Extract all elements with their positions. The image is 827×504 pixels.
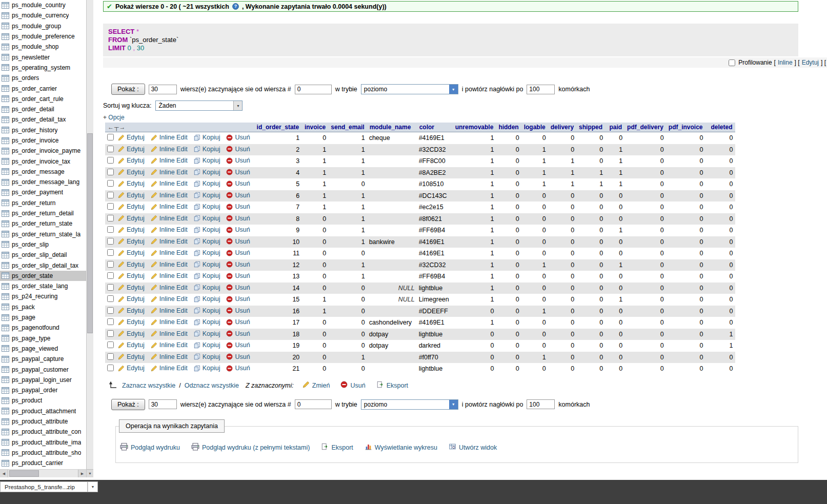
repeat-headers-input[interactable]: [527, 85, 555, 94]
row-delete-link[interactable]: Usuń: [226, 295, 250, 303]
column-header-hidden[interactable]: hidden: [496, 123, 521, 132]
sidebar-item-ps_order_message[interactable]: ps_order_message: [0, 167, 86, 177]
column-header-send_email[interactable]: send_email: [328, 123, 367, 132]
sidebar-item-ps_order_cart_rule[interactable]: ps_order_cart_rule: [0, 94, 86, 104]
row-copy-link[interactable]: Kopiuj: [194, 365, 220, 372]
row-copy-link[interactable]: Kopiuj: [194, 318, 220, 326]
row-checkbox[interactable]: [107, 180, 114, 187]
row-checkbox[interactable]: [107, 134, 114, 140]
print-view-full-link[interactable]: Podgląd wydruku (z pełnymi tekstami): [191, 443, 310, 452]
row-inline-edit-link[interactable]: Inline Edit: [151, 261, 188, 268]
row-delete-link[interactable]: Usuń: [226, 307, 250, 314]
row-edit-link[interactable]: Edytuj: [118, 249, 145, 256]
row-checkbox[interactable]: [107, 307, 114, 314]
change-selected-link[interactable]: Zmień: [302, 381, 330, 390]
row-delete-link[interactable]: Usuń: [226, 249, 250, 256]
sidebar-item-ps_order_return_detail[interactable]: ps_order_return_detail: [0, 208, 86, 218]
sidebar-item-ps_module_group[interactable]: ps_module_group: [0, 21, 86, 31]
row-delete-link[interactable]: Usuń: [226, 284, 250, 291]
row-copy-link[interactable]: Kopiuj: [194, 261, 220, 268]
column-header-color[interactable]: color: [417, 123, 453, 132]
row-edit-link[interactable]: Edytuj: [118, 180, 145, 187]
sidebar-item-ps_order_invoice[interactable]: ps_order_invoice: [0, 135, 86, 146]
row-inline-edit-link[interactable]: Inline Edit: [151, 203, 188, 210]
row-edit-link[interactable]: Edytuj: [118, 226, 145, 233]
sidebar-item-ps_module_shop[interactable]: ps_module_shop: [0, 42, 86, 52]
row-inline-edit-link[interactable]: Inline Edit: [151, 272, 188, 279]
row-edit-link[interactable]: Edytuj: [118, 169, 145, 176]
row-copy-link[interactable]: Kopiuj: [194, 341, 220, 349]
download-item[interactable]: Prestashop_5_transfe...zip: [0, 481, 88, 492]
row-delete-link[interactable]: Usuń: [226, 318, 250, 326]
row-delete-link[interactable]: Usuń: [226, 353, 250, 360]
row-edit-link[interactable]: Edytuj: [118, 341, 145, 349]
sidebar-item-ps_module_country[interactable]: ps_module_country: [0, 0, 86, 10]
start-row-input[interactable]: [295, 85, 332, 94]
row-edit-link[interactable]: Edytuj: [118, 284, 145, 291]
row-delete-link[interactable]: Usuń: [226, 272, 250, 279]
start-row-input[interactable]: [295, 399, 332, 409]
sidebar-item-ps_order_state_lang[interactable]: ps_order_state_lang: [0, 281, 86, 291]
row-copy-link[interactable]: Kopiuj: [194, 295, 220, 303]
sidebar-item-ps_operating_system[interactable]: ps_operating_system: [0, 63, 86, 73]
options-link[interactable]: Opcje: [108, 114, 124, 121]
sidebar-item-ps_product_attribute[interactable]: ps_product_attribute: [0, 416, 86, 427]
horizontal-scrollbar-thumb[interactable]: [9, 470, 39, 477]
row-edit-link[interactable]: Edytuj: [118, 318, 145, 326]
scroll-down-button[interactable]: ▼: [87, 469, 93, 477]
repeat-headers-input[interactable]: [527, 399, 555, 409]
row-delete-link[interactable]: Usuń: [226, 261, 250, 268]
transpose-icon[interactable]: ←┬→: [108, 124, 126, 131]
sidebar-item-ps_paypal_customer[interactable]: ps_paypal_customer: [0, 364, 86, 374]
row-edit-link[interactable]: Edytuj: [118, 365, 145, 372]
column-header-module_name[interactable]: module_name: [367, 123, 417, 132]
sidebar-item-ps_order_return[interactable]: ps_order_return: [0, 198, 86, 208]
sidebar-item-ps_paypal_order[interactable]: ps_paypal_order: [0, 385, 86, 395]
row-checkbox[interactable]: [107, 261, 114, 268]
edit-query-link[interactable]: Edytuj: [802, 59, 819, 66]
sidebar-item-ps_newsletter[interactable]: ps_newsletter: [0, 52, 86, 62]
sidebar-item-ps_order_carrier[interactable]: ps_order_carrier: [0, 83, 86, 93]
inline-edit-query-link[interactable]: Inline: [778, 59, 793, 66]
row-checkbox[interactable]: [107, 353, 114, 360]
sidebar-item-ps_order_invoice_payme[interactable]: ps_order_invoice_payme: [0, 146, 86, 156]
row-edit-link[interactable]: Edytuj: [118, 215, 145, 222]
row-edit-link[interactable]: Edytuj: [118, 203, 145, 210]
row-inline-edit-link[interactable]: Inline Edit: [151, 307, 188, 314]
sidebar-item-ps_product_attachment[interactable]: ps_product_attachment: [0, 406, 86, 416]
scroll-left-button[interactable]: ◀: [0, 470, 8, 477]
row-checkbox[interactable]: [107, 215, 114, 221]
row-edit-link[interactable]: Edytuj: [118, 272, 145, 279]
sidebar-item-ps_page_type[interactable]: ps_page_type: [0, 333, 86, 344]
sidebar-item-ps_order_detail_tax[interactable]: ps_order_detail_tax: [0, 114, 86, 125]
row-copy-link[interactable]: Kopiuj: [194, 215, 220, 222]
sidebar-item-ps_product[interactable]: ps_product: [0, 395, 86, 406]
row-edit-link[interactable]: Edytuj: [118, 307, 145, 314]
column-header-invoice[interactable]: invoice: [301, 123, 328, 132]
create-view-link[interactable]: Utwórz widok: [449, 443, 497, 452]
sidebar-item-ps_paypal_login_user[interactable]: ps_paypal_login_user: [0, 375, 86, 385]
sidebar-item-ps_orders[interactable]: ps_orders: [0, 73, 86, 83]
row-delete-link[interactable]: Usuń: [226, 365, 250, 372]
row-delete-link[interactable]: Usuń: [226, 134, 250, 141]
sidebar-item-ps_order_detail[interactable]: ps_order_detail: [0, 104, 86, 114]
profiling-checkbox[interactable]: [729, 59, 735, 66]
sidebar-horizontal-scrollbar[interactable]: ◀ ▶: [0, 469, 86, 477]
row-copy-link[interactable]: Kopiuj: [194, 203, 220, 210]
sidebar-item-ps_order_invoice_tax[interactable]: ps_order_invoice_tax: [0, 156, 86, 166]
row-copy-link[interactable]: Kopiuj: [194, 226, 220, 233]
sidebar-item-ps_p24_recuring[interactable]: ps_p24_recuring: [0, 291, 86, 301]
sidebar-item-ps_order_message_lang[interactable]: ps_order_message_lang: [0, 177, 86, 187]
row-checkbox[interactable]: [107, 330, 114, 337]
export-selected-link[interactable]: Eksport: [376, 381, 408, 390]
row-inline-edit-link[interactable]: Inline Edit: [151, 215, 188, 222]
row-copy-link[interactable]: Kopiuj: [194, 330, 220, 337]
sidebar-item-ps_order_slip_detail[interactable]: ps_order_slip_detail: [0, 250, 86, 260]
display-chart-link[interactable]: Wyświetlanie wykresu: [365, 443, 437, 452]
sidebar-item-ps_product_attribute_sho[interactable]: ps_product_attribute_sho: [0, 448, 86, 458]
row-edit-link[interactable]: Edytuj: [118, 295, 145, 303]
sidebar-item-ps_paypal_capture[interactable]: ps_paypal_capture: [0, 354, 86, 364]
row-delete-link[interactable]: Usuń: [226, 238, 250, 245]
column-header-shipped[interactable]: shipped: [576, 123, 605, 132]
column-header-pdf_delivery[interactable]: pdf_delivery: [624, 123, 666, 132]
